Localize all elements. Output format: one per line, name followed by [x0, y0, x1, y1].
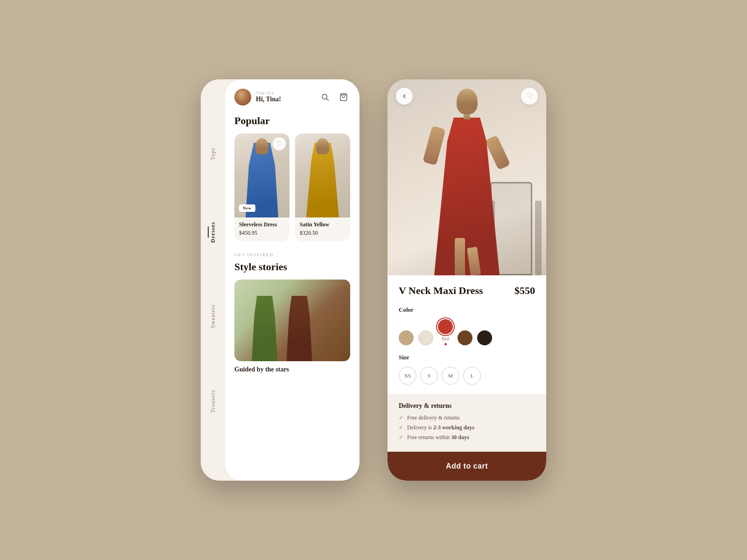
swatch-wrap-tan: [399, 330, 414, 345]
style-stories-section: GET INSPIRED Style stories Guided by the…: [234, 252, 350, 373]
delivery-item-returns: ✓ Free returns within 30 days: [399, 434, 535, 441]
sidebar-item-tops[interactable]: Tops: [210, 144, 217, 164]
cart-icon: [339, 93, 348, 101]
sidebar-item-sweaters[interactable]: Sweaters: [210, 301, 217, 332]
style-stories-title: Style stories: [234, 261, 350, 273]
sidebar: Tops Dresses Sweaters Trousers: [201, 79, 225, 481]
story-name: Guided by the stars: [234, 366, 350, 373]
add-to-cart-button[interactable]: Add to cart: [388, 452, 546, 481]
model-head: [457, 89, 478, 114]
scroll-content[interactable]: Popular New ♡ Sleeveless Dress $450.95: [225, 111, 359, 481]
product-card-sleeveless[interactable]: New ♡ Sleeveless Dress $450.95: [234, 133, 289, 241]
color-label: Color: [399, 306, 535, 314]
get-inspired-label: GET INSPIRED: [234, 252, 350, 257]
color-swatch-cream[interactable]: [418, 330, 433, 345]
size-options: XS S M L: [399, 367, 535, 385]
header-icons: [318, 91, 350, 104]
product-grid: New ♡ Sleeveless Dress $450.95 S: [234, 133, 350, 241]
product-model: [425, 89, 509, 275]
header-left: 7TH JUL Hi, Tina!: [234, 89, 281, 105]
right-phone: ♡ V Neck Maxi Dress $550 Color Red: [388, 79, 546, 481]
delivery-text-returns: Free returns within 30 days: [407, 434, 469, 441]
avatar[interactable]: [234, 89, 251, 105]
size-label: Size: [399, 354, 535, 361]
product-name-satin: Satin Yellow: [300, 221, 345, 228]
dress-yellow-image: [295, 133, 350, 217]
product-info-satin: Satin Yellow $320.50: [295, 217, 350, 241]
product-name-sleeveless: Sleeveless Dress: [239, 221, 285, 228]
delivery-text-days: Delivery is 2-3 working days: [407, 424, 474, 431]
search-button[interactable]: [318, 91, 331, 104]
popular-title: Popular: [234, 115, 350, 127]
product-price-sleeveless: $450.95: [239, 230, 285, 237]
swatch-wrap-cream: [418, 330, 433, 345]
size-s[interactable]: S: [420, 367, 438, 385]
wishlist-button-sleeveless[interactable]: ♡: [273, 137, 286, 150]
product-detail: V Neck Maxi Dress $550 Color Red: [388, 275, 546, 452]
product-image-sleeveless: New ♡: [234, 133, 289, 217]
swatch-wrap-black: [477, 330, 492, 345]
product-card-satin[interactable]: Satin Yellow $320.50: [295, 133, 350, 241]
check-icon-3: ✓: [399, 434, 403, 441]
size-xs[interactable]: XS: [399, 367, 416, 385]
delivery-item-days: ✓ Delivery is 2-3 working days: [399, 424, 535, 431]
selected-color-dot: [444, 343, 447, 345]
svg-line-1: [326, 98, 328, 100]
detail-header: V Neck Maxi Dress $550: [399, 285, 535, 297]
cart-button[interactable]: [337, 91, 350, 104]
color-swatches: Red: [399, 319, 535, 345]
new-badge: New: [239, 204, 255, 212]
delivery-section: Delivery & returns ✓ Free delivery & ret…: [388, 394, 546, 452]
color-swatch-tan[interactable]: [399, 330, 414, 345]
swatch-wrap-red: Red: [438, 319, 453, 345]
check-icon-1: ✓: [399, 414, 403, 421]
app-header: 7TH JUL Hi, Tina!: [225, 79, 359, 111]
back-button[interactable]: [396, 88, 413, 105]
size-m[interactable]: M: [442, 367, 459, 385]
product-hero-image: ♡: [388, 79, 546, 275]
color-swatch-red[interactable]: [438, 319, 453, 334]
hero-wishlist-button[interactable]: ♡: [521, 88, 538, 105]
delivery-title: Delivery & returns: [399, 402, 535, 410]
product-image-satin: [295, 133, 350, 217]
left-phone: Tops Dresses Sweaters Trousers 7TH JUL H…: [201, 79, 359, 481]
sidebar-item-trousers[interactable]: Trousers: [210, 386, 217, 417]
size-section: Size XS S M L: [399, 354, 535, 385]
product-price: $550: [514, 285, 535, 297]
color-section: Color Red: [399, 306, 535, 345]
check-icon-2: ✓: [399, 424, 403, 431]
header-greeting: Hi, Tina!: [256, 96, 281, 103]
product-name: V Neck Maxi Dress: [399, 285, 483, 297]
main-content: 7TH JUL Hi, Tina!: [225, 79, 359, 481]
header-date: 7TH JUL: [256, 91, 281, 96]
delivery-item-free: ✓ Free delivery & returns: [399, 414, 535, 421]
color-swatch-brown[interactable]: [458, 330, 472, 345]
sidebar-item-dresses[interactable]: Dresses: [210, 218, 217, 246]
product-info-sleeveless: Sleeveless Dress $450.95: [234, 217, 289, 241]
search-icon: [321, 93, 329, 101]
delivery-text-free: Free delivery & returns: [407, 414, 459, 421]
selected-color-label: Red: [442, 336, 449, 341]
swatch-wrap-brown: [458, 330, 472, 345]
color-swatch-black[interactable]: [477, 330, 492, 345]
size-l[interactable]: L: [463, 367, 481, 385]
product-price-satin: $320.50: [300, 230, 345, 237]
header-text: 7TH JUL Hi, Tina!: [256, 91, 281, 103]
stories-image[interactable]: [234, 280, 350, 361]
